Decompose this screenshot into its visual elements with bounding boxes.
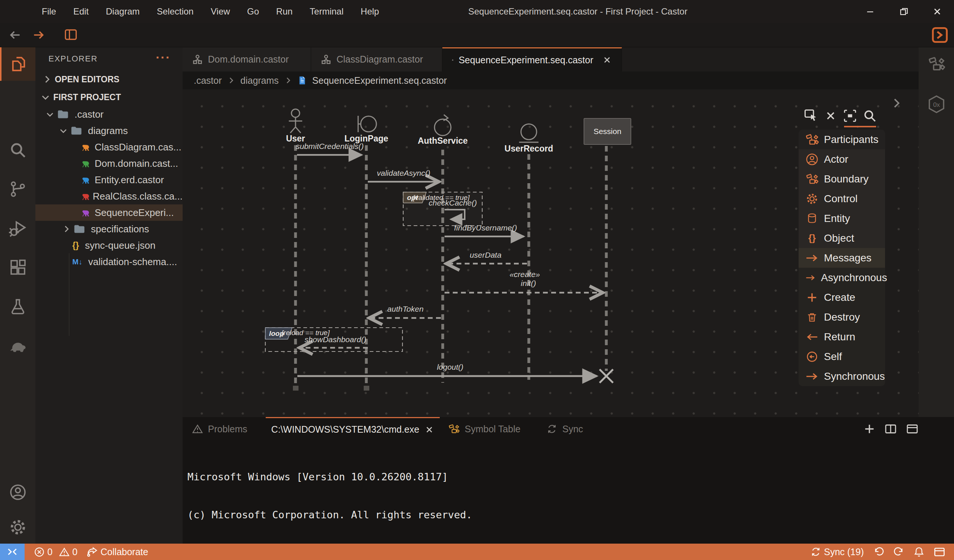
minimize-button[interactable]	[853, 0, 887, 23]
terminal-output[interactable]: Microsoft Windows [Version 10.0.26200.81…	[187, 445, 472, 560]
tab-classdiagram[interactable]: ClassDiagram.castor	[311, 47, 442, 72]
terminal-launch-icon[interactable]	[932, 27, 948, 43]
settings-gear-icon[interactable]	[0, 510, 36, 544]
panel-tab-cmd[interactable]: C:\WINDOWS\SYSTEM32\cmd.exe	[266, 417, 440, 441]
undo-icon[interactable]	[873, 547, 884, 557]
tree-item-realclass[interactable]: RealClass.class.ca...	[36, 188, 182, 204]
close-tab-icon[interactable]	[602, 55, 612, 65]
maximize-panel-icon[interactable]	[906, 424, 918, 434]
diagram-shapes-icon[interactable]	[928, 56, 945, 73]
expand-panel-chevron-icon[interactable]	[890, 97, 903, 109]
palette-group-messages[interactable]: Messages	[799, 248, 885, 268]
bell-icon[interactable]	[914, 547, 924, 557]
hex-0x-icon[interactable]	[928, 95, 945, 114]
redo-icon[interactable]	[894, 547, 904, 557]
open-editors-section[interactable]: OPEN EDITORS	[36, 70, 182, 88]
remote-indicator[interactable]	[0, 544, 25, 560]
project-section[interactable]: FIRST PROJECT	[36, 88, 182, 106]
tree-item-dom-domain[interactable]: Dom.domain.cast...	[36, 155, 182, 172]
collaborate-status[interactable]: Collaborate	[86, 547, 148, 557]
zoom-search-icon[interactable]	[863, 109, 876, 123]
new-terminal-plus-icon[interactable]	[864, 423, 875, 434]
castor-beaver-icon[interactable]	[0, 329, 36, 362]
tree-item-classdiagram[interactable]: ClassDiagram.cas...	[36, 139, 182, 155]
breadcrumb-diagrams[interactable]: diagrams	[240, 75, 279, 86]
fragment-opt[interactable]: opt [validated == true]	[403, 192, 482, 226]
panel-tab-symbol-table[interactable]: Symbol Table	[448, 417, 521, 441]
palette-item-asynchronous[interactable]: Asynchronous	[799, 268, 885, 288]
account-icon[interactable]	[0, 476, 36, 509]
restore-button[interactable]	[887, 0, 920, 23]
sync-status[interactable]: Sync (19)	[811, 547, 864, 557]
breadcrumb-castor[interactable]: .castor	[194, 75, 222, 86]
palette-item-self[interactable]: Self	[799, 347, 885, 366]
palette-item-return[interactable]: Return	[799, 327, 885, 347]
message-find-by-username[interactable]: findByUsername()	[444, 223, 524, 236]
palette-group-participants[interactable]: Participants	[799, 129, 885, 149]
tree-item-sequence-experiment[interactable]: SequenceExperi...	[36, 204, 182, 221]
search-icon[interactable]	[0, 133, 36, 167]
menu-selection[interactable]: Selection	[157, 6, 194, 17]
errors-status[interactable]: 0	[34, 547, 53, 557]
participant-loginpage[interactable]: LoginPage	[344, 116, 388, 143]
fit-frame-icon[interactable]	[843, 109, 857, 123]
panel-tab-sync[interactable]: Sync	[547, 417, 583, 441]
tree-item-diagrams-folder[interactable]: diagrams	[36, 123, 182, 139]
run-debug-icon[interactable]	[0, 212, 36, 245]
menu-terminal[interactable]: Terminal	[310, 6, 344, 17]
message-create-init[interactable]: «create» init()	[444, 270, 602, 292]
delete-x-icon[interactable]	[824, 109, 837, 122]
participant-user[interactable]: User	[286, 109, 305, 143]
participant-userrecord[interactable]: UserRecord	[505, 124, 553, 153]
message-user-data[interactable]: userData	[447, 250, 527, 264]
palette-item-boundary[interactable]: Boundary	[799, 169, 885, 189]
tree-item-castor-folder[interactable]: .castor	[36, 106, 182, 123]
palette-item-destroy[interactable]: Destroy	[799, 307, 885, 327]
testing-beaker-icon[interactable]	[0, 290, 36, 323]
forward-icon[interactable]	[32, 28, 45, 42]
menu-edit[interactable]: Edit	[73, 6, 89, 17]
more-actions-icon[interactable]: ···	[156, 50, 171, 65]
palette-item-synchronous[interactable]: Synchronous	[799, 366, 885, 386]
close-button[interactable]	[920, 0, 954, 23]
menu-go[interactable]: Go	[247, 6, 259, 17]
palette-item-object[interactable]: {} Object	[799, 228, 885, 248]
lifelines[interactable]	[296, 145, 606, 389]
message-show-dashboard[interactable]: showDashboard()	[301, 335, 368, 348]
split-layout-icon[interactable]	[64, 28, 78, 41]
diagram-canvas[interactable]: User LoginPage AuthService UserRecord Se…	[182, 89, 918, 417]
warnings-status[interactable]: 0	[59, 547, 78, 557]
split-terminal-icon[interactable]	[885, 424, 896, 434]
extensions-icon[interactable]	[0, 250, 36, 284]
palette-item-actor[interactable]: Actor	[799, 149, 885, 169]
select-cursor-icon[interactable]	[804, 109, 818, 123]
explorer-activity-icon[interactable]	[0, 47, 36, 81]
destroy-marker[interactable]	[600, 369, 613, 383]
source-control-icon[interactable]	[0, 173, 36, 206]
palette-item-create[interactable]: Create	[799, 288, 885, 307]
panel-layout-icon[interactable]	[934, 547, 945, 557]
panel-tab-problems[interactable]: Problems	[192, 417, 248, 441]
menu-view[interactable]: View	[210, 6, 230, 17]
message-auth-token[interactable]: authToken	[370, 305, 441, 318]
tree-item-sync-queue[interactable]: {} sync-queue.json	[36, 237, 182, 254]
tree-item-specifications-folder[interactable]: specifications	[36, 221, 182, 237]
participant-authservice[interactable]: AuthService	[418, 115, 468, 146]
palette-item-entity[interactable]: Entity	[799, 208, 885, 228]
message-validate-async[interactable]: validateAsync()	[368, 169, 438, 182]
close-icon[interactable]	[424, 425, 434, 434]
message-submit-credentials[interactable]: submitCredentials()	[296, 142, 364, 155]
menu-file[interactable]: File	[42, 6, 56, 17]
participant-session[interactable]: Session	[584, 118, 631, 145]
tab-sequence-experiment[interactable]: SequenceExperiment.seq.castor	[442, 47, 622, 72]
menu-diagram[interactable]: Diagram	[106, 6, 140, 17]
tree-item-validation-schema[interactable]: M↓ validation-schema....	[36, 254, 182, 270]
breadcrumb-file[interactable]: SequenceExperiment.seq.castor	[312, 75, 447, 86]
back-icon[interactable]	[8, 28, 22, 42]
tab-dom-domain[interactable]: Dom.domain.castor	[182, 47, 311, 72]
message-logout[interactable]: logout()	[298, 362, 597, 376]
tree-item-entity-erd[interactable]: Entity.erd.castor	[36, 172, 182, 188]
menu-run[interactable]: Run	[276, 6, 293, 17]
menu-help[interactable]: Help	[361, 6, 379, 17]
palette-item-control[interactable]: Control	[799, 189, 885, 208]
